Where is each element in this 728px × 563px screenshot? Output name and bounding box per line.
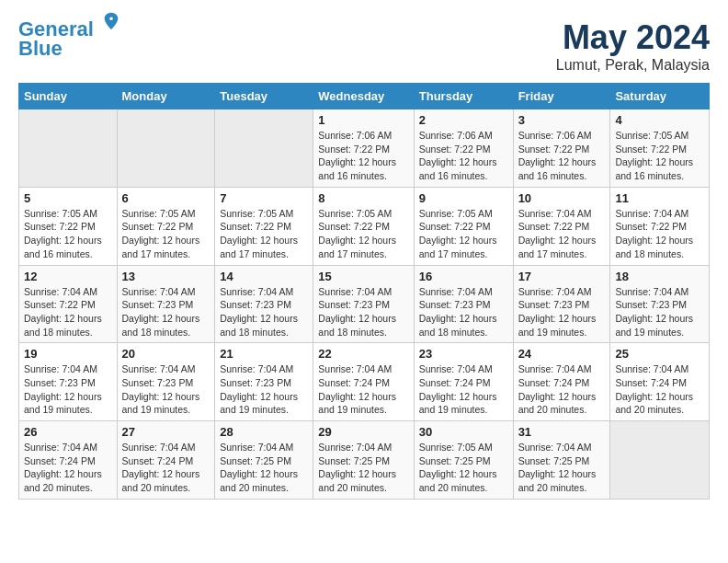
day-info: Sunrise: 7:04 AMSunset: 7:23 PMDaylight:… [419, 285, 508, 339]
weekday-header: Saturday [610, 84, 710, 109]
day-number: 18 [615, 270, 704, 283]
day-number: 7 [220, 191, 308, 205]
day-info: Sunrise: 7:04 AMSunset: 7:23 PMDaylight:… [24, 362, 112, 417]
calendar-cell: 22Sunrise: 7:04 AMSunset: 7:24 PMDayligh… [313, 343, 414, 421]
day-number: 17 [518, 270, 606, 283]
day-info: Sunrise: 7:04 AMSunset: 7:23 PMDaylight:… [122, 285, 210, 339]
day-number: 10 [518, 191, 606, 205]
calendar-cell: 28Sunrise: 7:04 AMSunset: 7:25 PMDayligh… [215, 421, 313, 500]
calendar-cell: 3Sunrise: 7:06 AMSunset: 7:22 PMDaylight… [513, 109, 610, 188]
day-info: Sunrise: 7:04 AMSunset: 7:23 PMDaylight:… [518, 285, 606, 339]
day-number: 19 [24, 347, 112, 361]
calendar-week-row: 5Sunrise: 7:05 AMSunset: 7:22 PMDaylight… [19, 187, 710, 265]
calendar-table: SundayMondayTuesdayWednesdayThursdayFrid… [18, 83, 710, 500]
calendar-cell [215, 109, 313, 188]
title-area: May 2024 Lumut, Perak, Malaysia [556, 18, 710, 74]
day-info: Sunrise: 7:04 AMSunset: 7:25 PMDaylight:… [518, 441, 606, 495]
calendar-week-row: 26Sunrise: 7:04 AMSunset: 7:24 PMDayligh… [19, 421, 710, 500]
weekday-header: Friday [513, 84, 610, 109]
day-number: 30 [419, 425, 508, 439]
calendar-cell [117, 109, 215, 188]
weekday-header: Sunday [19, 84, 118, 109]
day-info: Sunrise: 7:05 AMSunset: 7:25 PMDaylight:… [419, 441, 508, 495]
calendar-cell: 25Sunrise: 7:04 AMSunset: 7:24 PMDayligh… [610, 343, 710, 421]
day-info: Sunrise: 7:04 AMSunset: 7:23 PMDaylight:… [220, 362, 308, 417]
day-info: Sunrise: 7:04 AMSunset: 7:23 PMDaylight:… [220, 285, 308, 339]
calendar-cell: 7Sunrise: 7:05 AMSunset: 7:22 PMDaylight… [215, 187, 313, 265]
weekday-header-row: SundayMondayTuesdayWednesdayThursdayFrid… [19, 84, 710, 109]
day-number: 21 [220, 347, 308, 361]
calendar-cell: 20Sunrise: 7:04 AMSunset: 7:23 PMDayligh… [117, 343, 215, 421]
day-info: Sunrise: 7:04 AMSunset: 7:24 PMDaylight:… [419, 362, 508, 417]
calendar-cell: 17Sunrise: 7:04 AMSunset: 7:23 PMDayligh… [513, 265, 610, 343]
day-info: Sunrise: 7:04 AMSunset: 7:24 PMDaylight:… [318, 362, 408, 417]
calendar-cell: 19Sunrise: 7:04 AMSunset: 7:23 PMDayligh… [19, 343, 118, 421]
day-info: Sunrise: 7:06 AMSunset: 7:22 PMDaylight:… [318, 129, 408, 183]
day-info: Sunrise: 7:05 AMSunset: 7:22 PMDaylight:… [318, 207, 408, 261]
day-number: 3 [518, 113, 606, 127]
calendar-cell: 26Sunrise: 7:04 AMSunset: 7:24 PMDayligh… [19, 421, 118, 500]
calendar-cell: 4Sunrise: 7:05 AMSunset: 7:22 PMDaylight… [610, 109, 710, 188]
day-number: 23 [419, 347, 508, 361]
day-number: 24 [518, 347, 606, 361]
day-number: 14 [220, 270, 308, 283]
calendar-week-row: 12Sunrise: 7:04 AMSunset: 7:22 PMDayligh… [19, 265, 710, 343]
calendar-cell: 1Sunrise: 7:06 AMSunset: 7:22 PMDaylight… [313, 109, 414, 188]
day-info: Sunrise: 7:04 AMSunset: 7:23 PMDaylight:… [318, 285, 408, 339]
day-number: 20 [122, 347, 210, 361]
day-number: 5 [24, 191, 112, 205]
calendar-cell: 2Sunrise: 7:06 AMSunset: 7:22 PMDaylight… [414, 109, 513, 188]
day-number: 2 [419, 113, 508, 127]
day-info: Sunrise: 7:04 AMSunset: 7:24 PMDaylight:… [24, 441, 112, 495]
weekday-header: Monday [117, 84, 215, 109]
day-number: 4 [615, 113, 704, 127]
day-info: Sunrise: 7:04 AMSunset: 7:25 PMDaylight:… [220, 441, 308, 495]
calendar-cell: 14Sunrise: 7:04 AMSunset: 7:23 PMDayligh… [215, 265, 313, 343]
calendar-cell: 21Sunrise: 7:04 AMSunset: 7:23 PMDayligh… [215, 343, 313, 421]
calendar-week-row: 1Sunrise: 7:06 AMSunset: 7:22 PMDaylight… [19, 109, 710, 188]
calendar-cell: 30Sunrise: 7:05 AMSunset: 7:25 PMDayligh… [414, 421, 513, 500]
day-number: 28 [220, 425, 308, 439]
page-header: General Blue May 2024 Lumut, Perak, Mala… [18, 18, 710, 74]
day-info: Sunrise: 7:04 AMSunset: 7:25 PMDaylight:… [318, 441, 408, 495]
day-info: Sunrise: 7:04 AMSunset: 7:22 PMDaylight:… [518, 207, 606, 261]
day-number: 15 [318, 270, 408, 283]
day-info: Sunrise: 7:05 AMSunset: 7:22 PMDaylight:… [122, 207, 210, 261]
day-info: Sunrise: 7:04 AMSunset: 7:24 PMDaylight:… [518, 362, 606, 417]
day-info: Sunrise: 7:04 AMSunset: 7:24 PMDaylight:… [122, 441, 210, 495]
day-info: Sunrise: 7:05 AMSunset: 7:22 PMDaylight:… [419, 207, 508, 261]
calendar-cell: 23Sunrise: 7:04 AMSunset: 7:24 PMDayligh… [414, 343, 513, 421]
day-info: Sunrise: 7:04 AMSunset: 7:22 PMDaylight:… [615, 207, 704, 261]
calendar-cell [19, 109, 118, 188]
calendar-cell: 18Sunrise: 7:04 AMSunset: 7:23 PMDayligh… [610, 265, 710, 343]
day-number: 6 [122, 191, 210, 205]
day-info: Sunrise: 7:04 AMSunset: 7:23 PMDaylight:… [122, 362, 210, 417]
calendar-cell: 9Sunrise: 7:05 AMSunset: 7:22 PMDaylight… [414, 187, 513, 265]
logo: General Blue [18, 18, 121, 61]
weekday-header: Wednesday [313, 84, 414, 109]
location: Lumut, Perak, Malaysia [556, 57, 710, 74]
day-info: Sunrise: 7:06 AMSunset: 7:22 PMDaylight:… [419, 129, 508, 183]
day-info: Sunrise: 7:05 AMSunset: 7:22 PMDaylight:… [24, 207, 112, 261]
day-number: 16 [419, 270, 508, 283]
weekday-header: Tuesday [215, 84, 313, 109]
day-info: Sunrise: 7:06 AMSunset: 7:22 PMDaylight:… [518, 129, 606, 183]
calendar-cell: 12Sunrise: 7:04 AMSunset: 7:22 PMDayligh… [19, 265, 118, 343]
calendar-cell: 24Sunrise: 7:04 AMSunset: 7:24 PMDayligh… [513, 343, 610, 421]
calendar-cell: 13Sunrise: 7:04 AMSunset: 7:23 PMDayligh… [117, 265, 215, 343]
day-number: 8 [318, 191, 408, 205]
day-number: 22 [318, 347, 408, 361]
day-number: 27 [122, 425, 210, 439]
day-info: Sunrise: 7:04 AMSunset: 7:22 PMDaylight:… [24, 285, 112, 339]
day-number: 25 [615, 347, 704, 361]
logo-icon [101, 11, 121, 31]
month-title: May 2024 [556, 18, 710, 57]
calendar-cell [610, 421, 710, 500]
day-number: 1 [318, 113, 408, 127]
calendar-cell: 27Sunrise: 7:04 AMSunset: 7:24 PMDayligh… [117, 421, 215, 500]
calendar-cell: 16Sunrise: 7:04 AMSunset: 7:23 PMDayligh… [414, 265, 513, 343]
day-number: 26 [24, 425, 112, 439]
calendar-cell: 11Sunrise: 7:04 AMSunset: 7:22 PMDayligh… [610, 187, 710, 265]
calendar-cell: 29Sunrise: 7:04 AMSunset: 7:25 PMDayligh… [313, 421, 414, 500]
calendar-cell: 5Sunrise: 7:05 AMSunset: 7:22 PMDaylight… [19, 187, 118, 265]
